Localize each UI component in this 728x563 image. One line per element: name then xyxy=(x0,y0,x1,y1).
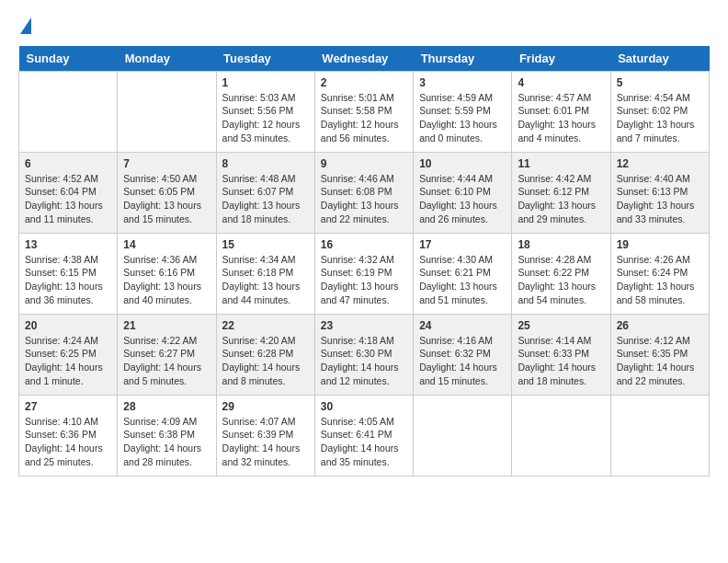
day-number: 8 xyxy=(222,157,309,170)
day-number: 25 xyxy=(518,319,604,332)
day-info: Sunrise: 4:16 AM Sunset: 6:32 PM Dayligh… xyxy=(419,334,506,388)
header-row: SundayMondayTuesdayWednesdayThursdayFrid… xyxy=(19,46,710,72)
calendar-cell: 27Sunrise: 4:10 AM Sunset: 6:36 PM Dayli… xyxy=(19,395,118,476)
day-info: Sunrise: 4:36 AM Sunset: 6:16 PM Dayligh… xyxy=(123,253,210,307)
calendar-cell: 26Sunrise: 4:12 AM Sunset: 6:35 PM Dayli… xyxy=(610,314,709,395)
header-day-friday: Friday xyxy=(512,46,610,72)
day-info: Sunrise: 4:30 AM Sunset: 6:21 PM Dayligh… xyxy=(419,253,506,307)
day-number: 26 xyxy=(617,319,703,332)
calendar-cell: 21Sunrise: 4:22 AM Sunset: 6:27 PM Dayli… xyxy=(118,314,216,395)
calendar-cell: 23Sunrise: 4:18 AM Sunset: 6:30 PM Dayli… xyxy=(314,314,413,395)
calendar-cell: 24Sunrise: 4:16 AM Sunset: 6:32 PM Dayli… xyxy=(414,314,512,395)
calendar-row-4: 27Sunrise: 4:10 AM Sunset: 6:36 PM Dayli… xyxy=(19,395,710,476)
calendar-cell: 9Sunrise: 4:46 AM Sunset: 6:08 PM Daylig… xyxy=(314,152,413,233)
day-number: 3 xyxy=(419,76,506,89)
calendar-cell: 12Sunrise: 4:40 AM Sunset: 6:13 PM Dayli… xyxy=(610,152,709,233)
calendar-row-2: 13Sunrise: 4:38 AM Sunset: 6:15 PM Dayli… xyxy=(19,233,710,314)
day-info: Sunrise: 4:10 AM Sunset: 6:36 PM Dayligh… xyxy=(25,415,111,469)
calendar-cell: 10Sunrise: 4:44 AM Sunset: 6:10 PM Dayli… xyxy=(414,152,512,233)
calendar-cell: 1Sunrise: 5:03 AM Sunset: 5:56 PM Daylig… xyxy=(216,71,314,152)
calendar-cell: 11Sunrise: 4:42 AM Sunset: 6:12 PM Dayli… xyxy=(512,152,610,233)
day-number: 9 xyxy=(321,157,407,170)
day-number: 21 xyxy=(123,319,210,332)
day-info: Sunrise: 4:18 AM Sunset: 6:30 PM Dayligh… xyxy=(321,334,407,388)
day-info: Sunrise: 4:22 AM Sunset: 6:27 PM Dayligh… xyxy=(123,334,210,388)
calendar-cell: 2Sunrise: 5:01 AM Sunset: 5:58 PM Daylig… xyxy=(314,71,413,152)
calendar-cell: 22Sunrise: 4:20 AM Sunset: 6:28 PM Dayli… xyxy=(216,314,314,395)
day-number: 20 xyxy=(25,319,111,332)
calendar-table: SundayMondayTuesdayWednesdayThursdayFrid… xyxy=(18,46,710,477)
day-info: Sunrise: 4:28 AM Sunset: 6:22 PM Dayligh… xyxy=(518,253,604,307)
day-info: Sunrise: 4:46 AM Sunset: 6:08 PM Dayligh… xyxy=(321,172,407,226)
header-day-monday: Monday xyxy=(118,46,216,72)
calendar-cell: 20Sunrise: 4:24 AM Sunset: 6:25 PM Dayli… xyxy=(19,314,118,395)
day-info: Sunrise: 4:40 AM Sunset: 6:13 PM Dayligh… xyxy=(617,172,703,226)
day-info: Sunrise: 4:07 AM Sunset: 6:39 PM Dayligh… xyxy=(222,415,309,469)
day-number: 24 xyxy=(419,319,506,332)
day-number: 13 xyxy=(25,238,111,251)
calendar-cell: 30Sunrise: 4:05 AM Sunset: 6:41 PM Dayli… xyxy=(314,395,413,476)
day-info: Sunrise: 4:52 AM Sunset: 6:04 PM Dayligh… xyxy=(25,172,111,226)
day-info: Sunrise: 4:32 AM Sunset: 6:19 PM Dayligh… xyxy=(321,253,407,307)
day-info: Sunrise: 4:57 AM Sunset: 6:01 PM Dayligh… xyxy=(518,91,604,145)
day-number: 15 xyxy=(222,238,309,251)
header-day-saturday: Saturday xyxy=(610,46,709,72)
day-info: Sunrise: 4:48 AM Sunset: 6:07 PM Dayligh… xyxy=(222,172,309,226)
day-info: Sunrise: 4:42 AM Sunset: 6:12 PM Dayligh… xyxy=(518,172,604,226)
calendar-row-1: 6Sunrise: 4:52 AM Sunset: 6:04 PM Daylig… xyxy=(19,152,710,233)
calendar-cell xyxy=(118,71,216,152)
header-day-thursday: Thursday xyxy=(414,46,512,72)
logo xyxy=(18,18,31,37)
day-number: 22 xyxy=(222,319,309,332)
day-number: 4 xyxy=(518,76,604,89)
day-number: 29 xyxy=(222,400,309,413)
day-number: 7 xyxy=(123,157,210,170)
page-header xyxy=(18,18,710,37)
calendar-cell: 8Sunrise: 4:48 AM Sunset: 6:07 PM Daylig… xyxy=(216,152,314,233)
day-info: Sunrise: 4:09 AM Sunset: 6:38 PM Dayligh… xyxy=(123,415,210,469)
calendar-cell xyxy=(512,395,610,476)
day-info: Sunrise: 4:50 AM Sunset: 6:05 PM Dayligh… xyxy=(123,172,210,226)
day-number: 27 xyxy=(25,400,111,413)
calendar-cell: 7Sunrise: 4:50 AM Sunset: 6:05 PM Daylig… xyxy=(118,152,216,233)
day-number: 16 xyxy=(321,238,407,251)
header-day-sunday: Sunday xyxy=(19,46,118,72)
day-number: 12 xyxy=(617,157,703,170)
calendar-cell: 4Sunrise: 4:57 AM Sunset: 6:01 PM Daylig… xyxy=(512,71,610,152)
header-day-wednesday: Wednesday xyxy=(314,46,413,72)
calendar-row-3: 20Sunrise: 4:24 AM Sunset: 6:25 PM Dayli… xyxy=(19,314,710,395)
day-info: Sunrise: 4:20 AM Sunset: 6:28 PM Dayligh… xyxy=(222,334,309,388)
day-info: Sunrise: 4:14 AM Sunset: 6:33 PM Dayligh… xyxy=(518,334,604,388)
calendar-cell: 19Sunrise: 4:26 AM Sunset: 6:24 PM Dayli… xyxy=(610,233,709,314)
day-number: 19 xyxy=(617,238,703,251)
day-info: Sunrise: 5:03 AM Sunset: 5:56 PM Dayligh… xyxy=(222,91,309,145)
calendar-cell: 13Sunrise: 4:38 AM Sunset: 6:15 PM Dayli… xyxy=(19,233,118,314)
day-number: 18 xyxy=(518,238,604,251)
calendar-cell xyxy=(414,395,512,476)
calendar-cell: 29Sunrise: 4:07 AM Sunset: 6:39 PM Dayli… xyxy=(216,395,314,476)
day-number: 2 xyxy=(321,76,407,89)
day-info: Sunrise: 4:54 AM Sunset: 6:02 PM Dayligh… xyxy=(617,91,703,145)
day-info: Sunrise: 4:12 AM Sunset: 6:35 PM Dayligh… xyxy=(617,334,703,388)
calendar-cell: 18Sunrise: 4:28 AM Sunset: 6:22 PM Dayli… xyxy=(512,233,610,314)
header-day-tuesday: Tuesday xyxy=(216,46,314,72)
calendar-cell: 6Sunrise: 4:52 AM Sunset: 6:04 PM Daylig… xyxy=(19,152,118,233)
calendar-cell: 14Sunrise: 4:36 AM Sunset: 6:16 PM Dayli… xyxy=(118,233,216,314)
calendar-cell: 28Sunrise: 4:09 AM Sunset: 6:38 PM Dayli… xyxy=(118,395,216,476)
day-number: 5 xyxy=(617,76,703,89)
day-info: Sunrise: 4:38 AM Sunset: 6:15 PM Dayligh… xyxy=(25,253,111,307)
day-info: Sunrise: 4:26 AM Sunset: 6:24 PM Dayligh… xyxy=(617,253,703,307)
day-number: 17 xyxy=(419,238,506,251)
day-info: Sunrise: 4:59 AM Sunset: 5:59 PM Dayligh… xyxy=(419,91,506,145)
day-number: 11 xyxy=(518,157,604,170)
day-number: 1 xyxy=(222,76,309,89)
day-number: 23 xyxy=(321,319,407,332)
calendar-cell: 15Sunrise: 4:34 AM Sunset: 6:18 PM Dayli… xyxy=(216,233,314,314)
day-info: Sunrise: 5:01 AM Sunset: 5:58 PM Dayligh… xyxy=(321,91,407,145)
calendar-cell xyxy=(610,395,709,476)
calendar-cell: 3Sunrise: 4:59 AM Sunset: 5:59 PM Daylig… xyxy=(414,71,512,152)
day-info: Sunrise: 4:34 AM Sunset: 6:18 PM Dayligh… xyxy=(222,253,309,307)
calendar-cell: 25Sunrise: 4:14 AM Sunset: 6:33 PM Dayli… xyxy=(512,314,610,395)
day-number: 14 xyxy=(123,238,210,251)
calendar-cell: 5Sunrise: 4:54 AM Sunset: 6:02 PM Daylig… xyxy=(610,71,709,152)
